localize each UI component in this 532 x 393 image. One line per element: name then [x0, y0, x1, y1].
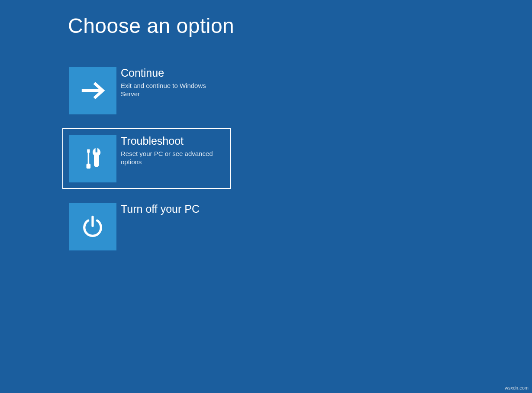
- option-turnoff-text: Turn off your PC: [116, 203, 200, 218]
- recovery-options-screen: Choose an option Continue Exit and conti…: [0, 0, 532, 264]
- option-title: Turn off your PC: [121, 203, 200, 215]
- svg-rect-3: [87, 164, 90, 169]
- option-continue-text: Continue Exit and continue to Windows Se…: [116, 67, 225, 98]
- watermark-text: wsxdn.com: [505, 385, 529, 390]
- svg-rect-4: [95, 148, 97, 153]
- svg-rect-1: [87, 149, 90, 153]
- option-description: Reset your PC or see advanced options: [121, 150, 225, 166]
- tools-icon: [69, 135, 116, 182]
- option-continue[interactable]: Continue Exit and continue to Windows Se…: [62, 60, 231, 121]
- power-icon: [69, 203, 116, 250]
- option-description: Exit and continue to Windows Server: [121, 82, 225, 98]
- option-troubleshoot-text: Troubleshoot Reset your PC or see advanc…: [116, 135, 225, 166]
- option-title: Troubleshoot: [121, 135, 225, 147]
- svg-rect-2: [88, 153, 89, 164]
- arrow-right-icon: [69, 67, 116, 114]
- options-list: Continue Exit and continue to Windows Se…: [68, 60, 532, 264]
- option-turn-off[interactable]: Turn off your PC: [62, 196, 231, 257]
- option-title: Continue: [121, 67, 225, 79]
- page-title: Choose an option: [68, 14, 532, 38]
- option-troubleshoot[interactable]: Troubleshoot Reset your PC or see advanc…: [62, 128, 231, 189]
